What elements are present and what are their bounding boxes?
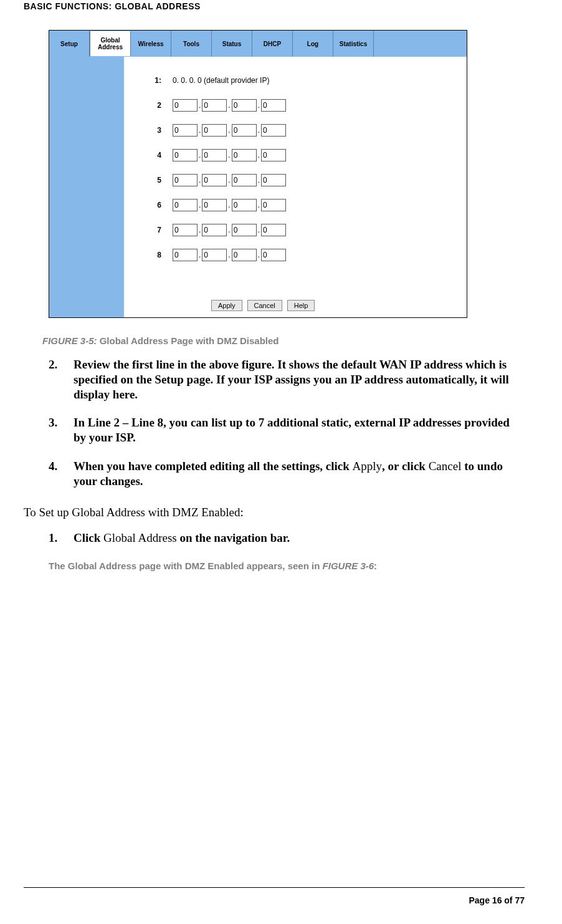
- tab-status[interactable]: Status: [212, 31, 252, 57]
- ip-row-label: 5: [124, 176, 173, 185]
- ip-row-label: 2: [124, 101, 173, 110]
- step-text-part: Click: [74, 531, 103, 544]
- page-header: BASIC FUNCTIONS: GLOBAL ADDRESS: [24, 0, 525, 30]
- tab-dhcp[interactable]: DHCP: [252, 31, 293, 57]
- step-text-part: , or click: [382, 460, 429, 473]
- ip-octet-a[interactable]: [173, 99, 198, 112]
- ip-octet-c[interactable]: [232, 99, 257, 112]
- step-text: Review the first line in the above figur…: [74, 357, 525, 402]
- figure-label: FIGURE 3-5:: [42, 335, 97, 346]
- apply-button[interactable]: Apply: [211, 300, 242, 311]
- ip-octet-c[interactable]: [232, 249, 257, 261]
- note-pre: The Global Address page with DMZ Enabled…: [49, 561, 323, 571]
- help-button[interactable]: Help: [287, 300, 315, 311]
- tab-global-address[interactable]: Global Address: [90, 31, 131, 56]
- ip-octet-b[interactable]: [202, 224, 227, 236]
- tab-setup[interactable]: Setup: [49, 31, 90, 57]
- ip-octet-b[interactable]: [202, 199, 227, 211]
- tab-bar: Setup Global Address Wireless Tools Stat…: [49, 31, 467, 57]
- tab-statistics[interactable]: Statistics: [333, 31, 374, 57]
- ip-row-label: 4: [124, 151, 173, 160]
- ip-octet-c[interactable]: [232, 124, 257, 137]
- ip-octet-c[interactable]: [232, 199, 257, 211]
- step-1: 1. Click Global Address on the navigatio…: [49, 531, 525, 546]
- global-address-link: Global Address: [103, 531, 177, 544]
- ip-octet-b[interactable]: [202, 124, 227, 137]
- ip-row-label: 6: [124, 201, 173, 209]
- step-text-part: When you have completed editing all the …: [74, 460, 353, 473]
- apply-word: Apply: [353, 460, 383, 473]
- ip-octet-b[interactable]: [202, 149, 227, 161]
- ip-row-6: 6 . . .: [124, 193, 467, 218]
- ip-octet-d[interactable]: [261, 99, 286, 112]
- page-footer: Page 16 of 77: [24, 885, 525, 905]
- ip-octet-a[interactable]: [173, 124, 198, 137]
- ip-octet-c[interactable]: [232, 174, 257, 186]
- ip-octet-a[interactable]: [173, 224, 198, 236]
- ip-octet-a[interactable]: [173, 199, 198, 211]
- ip-octet-a[interactable]: [173, 174, 198, 186]
- step-4: 4. When you have completed editing all t…: [49, 459, 525, 489]
- ip-octet-c[interactable]: [232, 224, 257, 236]
- step-text-part: on the navigation bar.: [177, 531, 290, 544]
- ip-row-1: 1: 0. 0. 0. 0 (default provider IP): [124, 68, 467, 93]
- note-post: :: [374, 561, 377, 571]
- router-main: 1: 0. 0. 0. 0 (default provider IP) 2 . …: [124, 57, 467, 317]
- step-3: 3. In Line 2 – Line 8, you can list up t…: [49, 415, 525, 445]
- ip-octet-b[interactable]: [202, 174, 227, 186]
- section-intro: To Set up Global Address with DMZ Enable…: [24, 506, 525, 519]
- ip-row-2: 2 . . .: [124, 93, 467, 118]
- step-number: 4.: [49, 459, 74, 489]
- ip-row-4: 4 . . .: [124, 143, 467, 168]
- ip-octet-b[interactable]: [202, 249, 227, 261]
- step-text: In Line 2 – Line 8, you can list up to 7…: [74, 415, 525, 445]
- ip-row-label: 3: [124, 126, 173, 135]
- ip-row-3: 3 . . .: [124, 118, 467, 143]
- ip-octet-d[interactable]: [261, 199, 286, 211]
- tab-tools[interactable]: Tools: [171, 31, 212, 57]
- ip-row-label: 8: [124, 251, 173, 259]
- figure-ref: FIGURE 3-6: [323, 561, 374, 571]
- ip-octet-d[interactable]: [261, 174, 286, 186]
- ip-row-label: 7: [124, 226, 173, 234]
- ip-row-8: 8 . . .: [124, 243, 467, 267]
- step-number: 2.: [49, 357, 74, 402]
- cancel-button[interactable]: Cancel: [247, 300, 282, 311]
- router-ui-screenshot: Setup Global Address Wireless Tools Stat…: [49, 30, 467, 318]
- ip-row-5: 5 . . .: [124, 168, 467, 193]
- ip-octet-d[interactable]: [261, 149, 286, 161]
- step-number: 3.: [49, 415, 74, 445]
- figure-3-5: Setup Global Address Wireless Tools Stat…: [49, 30, 466, 318]
- ip-octet-d[interactable]: [261, 124, 286, 137]
- cancel-word: Cancel: [429, 460, 462, 473]
- ip-octet-d[interactable]: [261, 224, 286, 236]
- ip-default-text: 0. 0. 0. 0 (default provider IP): [173, 76, 269, 85]
- ip-octet-a[interactable]: [173, 149, 198, 161]
- ip-octet-a[interactable]: [173, 249, 198, 261]
- note-text: The Global Address page with DMZ Enabled…: [49, 559, 525, 572]
- ip-row-7: 7 . . .: [124, 218, 467, 243]
- ip-octet-d[interactable]: [261, 249, 286, 261]
- figure-3-5-caption: FIGURE 3-5: Global Address Page with DMZ…: [42, 335, 525, 346]
- page-number: Page 16 of 77: [24, 889, 525, 905]
- router-sidebar: [49, 57, 124, 317]
- ip-octet-c[interactable]: [232, 149, 257, 161]
- footer-divider: [24, 885, 525, 888]
- ip-row-label: 1:: [124, 76, 173, 85]
- figure-caption-text: Global Address Page with DMZ Disabled: [100, 335, 279, 346]
- ip-octet-b[interactable]: [202, 99, 227, 112]
- tab-log[interactable]: Log: [293, 31, 333, 57]
- step-2: 2. Review the first line in the above fi…: [49, 357, 525, 402]
- step-number: 1.: [49, 531, 74, 546]
- tab-wireless[interactable]: Wireless: [131, 31, 171, 57]
